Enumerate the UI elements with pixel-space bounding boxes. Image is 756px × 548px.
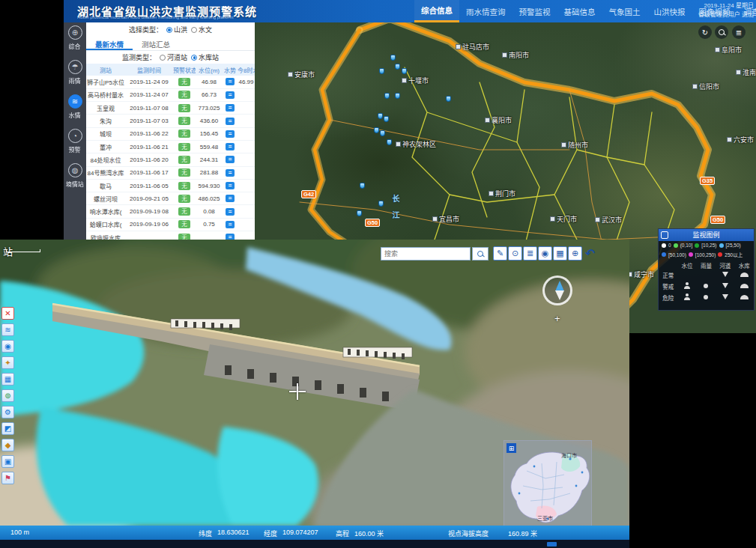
table-row[interactable]: 玉皇观2019-11-07 08无773.025= [86, 102, 255, 115]
tab-latest-water[interactable]: 最新水情 [86, 37, 133, 50]
status-badge: 无 [178, 207, 190, 216]
draw-edit-icon[interactable]: ✎ [493, 246, 507, 261]
rail-item-warning[interactable]: ◔ 预警 [64, 126, 86, 160]
waterline-tool-icon[interactable]: ≋ [1, 323, 14, 336]
search-input[interactable] [381, 247, 471, 261]
station-marker-icon[interactable] [378, 201, 384, 207]
rail-item-soil[interactable]: ◍ 墒情站 [64, 160, 86, 195]
map-search-button[interactable] [715, 25, 728, 39]
nav-item-rain-water-query[interactable]: 雨水情查询 [459, 0, 512, 22]
flag-tool-icon[interactable]: ⚑ [1, 472, 14, 484]
rain-warning-icon [704, 284, 708, 288]
table-row[interactable]: 高马桥村量水2019-11-24 07无66.73= [86, 88, 255, 101]
rain-dot-icon [718, 252, 722, 257]
swirl-tool-icon[interactable]: ✦ [1, 356, 14, 369]
map-reset-button[interactable]: ↻ [698, 25, 712, 39]
station-marker-icon[interactable] [360, 183, 365, 189]
station-marker-icon[interactable] [384, 93, 390, 99]
rain-legend-row-2: [50,100) [100,250) 250以上 [659, 249, 754, 260]
taskbar-item[interactable] [547, 542, 557, 547]
nav-item-flood-report[interactable]: 山洪快报 [647, 0, 692, 22]
water-icon: ≋ [68, 94, 82, 109]
station-marker-icon[interactable] [374, 127, 379, 133]
lat-value: 18.630621 [217, 529, 250, 536]
rail-item-rain[interactable]: ☂ 雨情 [64, 57, 86, 91]
nav-item-weather-land[interactable]: 气象国土 [602, 0, 647, 22]
city-label: 武汉市 [595, 215, 622, 225]
viewer-top-toolbar: ✎ ⊙ ≣ ◉ ▦ ⊕ ↶ [493, 246, 597, 261]
station-marker-icon[interactable] [390, 55, 396, 61]
legend-header[interactable]: 监视图例 [659, 229, 754, 241]
user-logout-text[interactable]: 省级管理员用户 退出 [698, 10, 754, 19]
station-marker-icon[interactable] [395, 93, 400, 99]
compass-south-needle-icon [555, 290, 564, 300]
table-row[interactable]: 84处坝水位2019-11-06 20无244.31= [86, 153, 255, 166]
frame-tool-icon[interactable]: ▣ [1, 455, 14, 468]
eye-icon[interactable]: ◉ [538, 246, 552, 261]
table-row[interactable]: 董冲2019-11-06 21无559.48= [86, 140, 255, 153]
tab-station-summary[interactable]: 测站汇总 [133, 37, 179, 50]
station-marker-icon[interactable] [387, 139, 392, 145]
minimap-city-south: 三亚市 [537, 514, 553, 522]
settings-tool-icon[interactable]: ⚙ [1, 406, 14, 418]
nav-item-warning-monitor[interactable]: 预警监视 [512, 0, 557, 22]
station-marker-icon[interactable] [378, 113, 383, 119]
radio-hydrology[interactable]: 水文 [191, 25, 212, 34]
city-label: 驻马店市 [456, 42, 489, 52]
crosshair-icon [289, 383, 306, 400]
datetime-user-box: 2019-11-24 星期日 省级管理员用户 退出 [698, 1, 754, 19]
type-filter-label: 选择类型： [129, 25, 163, 34]
close-toolbar-button[interactable]: ✕ [1, 307, 14, 320]
radio-reservoir-station[interactable]: 水库站 [191, 52, 219, 62]
station-marker-icon[interactable] [446, 96, 451, 102]
table-row[interactable]: 84号熊湾水库2019-11-06 17无281.88= [86, 166, 255, 179]
table-row[interactable]: 响水潭水库(2019-09-19 08无0.08= [86, 205, 255, 218]
status-badge: 无 [178, 78, 190, 86]
compass-control[interactable] [542, 275, 572, 305]
radio-river-station[interactable]: 河道站 [160, 52, 187, 62]
station-marker-icon[interactable] [384, 116, 389, 122]
radio-river-label: 河道站 [167, 52, 187, 62]
rail-label-water: 水情 [69, 110, 81, 118]
scale-text: 100 m [10, 529, 29, 536]
station-marker-icon[interactable] [395, 64, 400, 70]
table-row[interactable]: 朱沟2019-11-07 03无436.60= [86, 115, 255, 127]
table-row[interactable]: 蛤蟆口水库(2019-09-19 06无0.75= [86, 218, 255, 231]
image-chart-icon[interactable]: ▦ [553, 246, 567, 261]
scale-bar-icon [6, 249, 40, 252]
status-badge: 无 [178, 143, 190, 151]
rail-item-overview[interactable]: ⊕ 综合 [64, 22, 86, 57]
station-marker-icon[interactable] [357, 210, 362, 216]
viewer-3d-window: 站 ✕ ≋ ◉ ✦ ▦ ⊚ ⚙ ◩ ◆ ▣ ⚑ ✎ ⊙ ≣ ◉ ▦ ⊕ ↶ + [0, 240, 629, 548]
col-level: 水位(m) [196, 64, 223, 76]
camera-tool-icon[interactable]: ⊚ [1, 389, 14, 402]
nav-item-basic-info[interactable]: 基础信息 [557, 0, 602, 22]
minimap-corner-icon[interactable]: ⊞ [506, 443, 516, 453]
rain-danger-icon [704, 295, 708, 299]
station-marker-icon[interactable] [402, 68, 407, 74]
station-marker-icon[interactable] [379, 68, 384, 74]
table-row[interactable]: 螺丝河坝2019-09-21 05无486.025= [86, 192, 255, 205]
radio-mountain-flood[interactable]: 山洪 [166, 25, 187, 34]
undo-icon[interactable]: ↶ [583, 246, 597, 261]
funnel-tool-icon[interactable]: ◩ [1, 422, 14, 435]
radio-mountain-flood-label: 山洪 [174, 25, 187, 34]
terrain-tool-icon[interactable]: ◆ [1, 439, 14, 451]
search-button[interactable] [472, 247, 489, 261]
lon-label: 经度 [264, 529, 277, 538]
soil-icon: ◍ [68, 163, 82, 177]
nav-item-overview[interactable]: 综合信息 [414, 0, 459, 22]
grid-tool-icon[interactable]: ▦ [1, 373, 14, 386]
station-marker-icon[interactable] [380, 130, 385, 136]
table-row[interactable]: 城坝2019-11-06 22无156.45= [86, 127, 255, 140]
webcam-icon[interactable]: ⊙ [508, 246, 522, 261]
rotate-tool-icon[interactable]: ◉ [1, 340, 14, 353]
overview-minimap[interactable]: ⊞ 海口市 三亚市 [504, 440, 592, 532]
zoom-in-control[interactable]: + [554, 313, 560, 324]
list-icon[interactable]: ≣ [523, 246, 537, 261]
table-row[interactable]: 狮子山P5水位2019-11-24 09无46.98=46.99 [86, 76, 255, 88]
map-layers-button[interactable]: ≣ [732, 25, 746, 39]
table-row[interactable]: 歇马2019-11-06 05无594.930= [86, 179, 255, 192]
rail-item-water[interactable]: ≋ 水情 [64, 91, 86, 126]
globe-icon[interactable]: ⊕ [568, 246, 582, 261]
